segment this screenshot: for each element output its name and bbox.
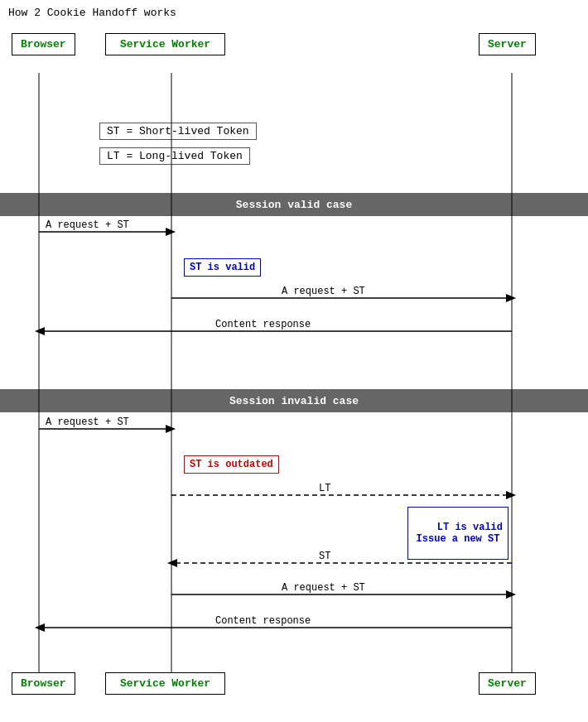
actor-server-top: Server [479, 33, 536, 55]
actor-service-worker-bottom: Service Worker [105, 672, 225, 695]
actor-browser-top: Browser [12, 33, 75, 55]
svg-text:Content response: Content response [215, 615, 311, 627]
svg-text:LT: LT [319, 483, 330, 494]
section-valid: Session valid case [0, 193, 588, 216]
svg-text:A request + ST: A request + ST [46, 416, 129, 428]
svg-marker-4 [166, 228, 176, 236]
actor-server-bottom: Server [479, 672, 536, 695]
svg-marker-10 [35, 327, 45, 335]
diagram: How 2 Cookie Handoff works Browser Servi… [0, 0, 588, 722]
note-lt: LT = Long-lived Token [99, 147, 250, 165]
note-st: ST = Short-lived Token [99, 123, 257, 140]
diagram-title: How 2 Cookie Handoff works [8, 7, 176, 19]
svg-marker-16 [506, 491, 516, 499]
section-invalid: Session invalid case [0, 389, 588, 412]
note-server-lt-valid: LT is valid Issue a new ST [407, 507, 508, 560]
note-st-invalid: ST is outdated [184, 455, 279, 474]
svg-marker-25 [35, 623, 45, 632]
svg-text:ST: ST [319, 551, 330, 562]
actor-browser-bottom: Browser [12, 672, 75, 695]
svg-text:Content response: Content response [215, 319, 311, 330]
svg-text:A request + ST: A request + ST [282, 286, 365, 297]
diagram-svg: A request + ST A request + ST Content re… [0, 0, 588, 722]
svg-marker-22 [506, 590, 516, 599]
actor-service-worker-top: Service Worker [105, 33, 225, 55]
svg-marker-19 [167, 559, 177, 567]
note-st-valid: ST is valid [184, 258, 261, 277]
svg-text:A request + ST: A request + ST [282, 582, 365, 594]
svg-marker-7 [506, 294, 516, 302]
svg-marker-13 [166, 425, 176, 433]
svg-text:A request + ST: A request + ST [46, 219, 129, 231]
